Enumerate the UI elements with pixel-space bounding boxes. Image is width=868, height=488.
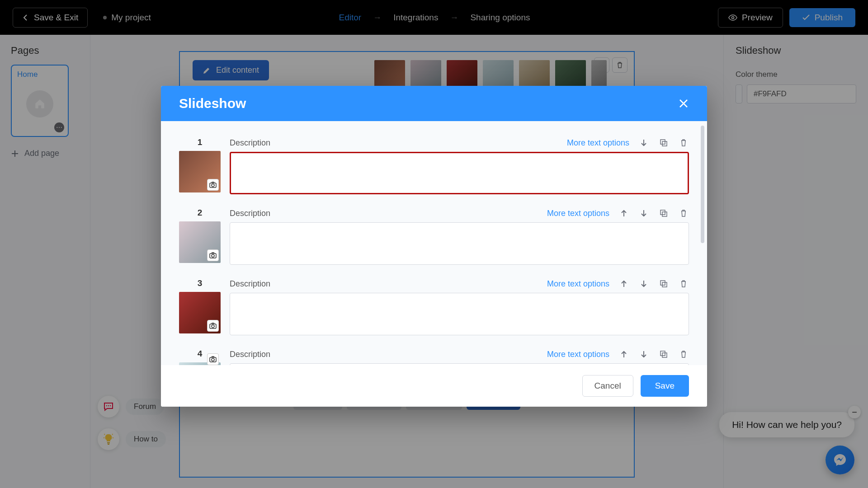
arrow-down-icon bbox=[641, 139, 647, 146]
move-down-button[interactable] bbox=[638, 349, 649, 360]
trash-icon bbox=[680, 209, 687, 217]
more-text-options-link[interactable]: More text options bbox=[547, 209, 609, 218]
svg-rect-11 bbox=[660, 140, 665, 144]
modal-header: Slideshow bbox=[161, 86, 707, 121]
duplicate-slide-button[interactable] bbox=[658, 349, 669, 360]
svg-rect-19 bbox=[660, 281, 665, 285]
slide-index-col: 2 bbox=[179, 208, 221, 267]
copy-icon bbox=[660, 350, 668, 358]
slide-image-thumb[interactable] bbox=[179, 151, 221, 192]
modal-title: Slideshow bbox=[179, 96, 246, 111]
move-up-button[interactable] bbox=[618, 278, 629, 289]
svg-rect-23 bbox=[660, 351, 665, 356]
slide-main-col: DescriptionMore text options bbox=[230, 208, 689, 267]
arrow-up-icon bbox=[621, 210, 627, 217]
duplicate-slide-button[interactable] bbox=[658, 278, 669, 289]
save-button[interactable]: Save bbox=[641, 375, 689, 397]
slide-number: 3 bbox=[198, 278, 203, 288]
svg-point-18 bbox=[212, 325, 214, 328]
move-down-button[interactable] bbox=[638, 208, 649, 219]
trash-icon bbox=[680, 280, 687, 288]
slide-tools: More text options bbox=[547, 208, 689, 219]
slide-head: DescriptionMore text options bbox=[230, 208, 689, 219]
slide-row: 1DescriptionMore text options bbox=[179, 137, 689, 196]
copy-icon bbox=[660, 209, 668, 217]
svg-rect-12 bbox=[662, 141, 667, 146]
trash-icon bbox=[680, 350, 687, 358]
move-down-button[interactable] bbox=[638, 137, 649, 148]
description-label: Description bbox=[230, 209, 270, 218]
slide-main-col: DescriptionMore text options bbox=[230, 349, 689, 365]
copy-icon bbox=[660, 280, 668, 288]
modal-close-button[interactable] bbox=[678, 98, 689, 109]
camera-icon bbox=[209, 356, 217, 362]
slide-description-input[interactable] bbox=[230, 152, 689, 194]
arrow-up-icon bbox=[621, 280, 627, 287]
arrow-down-icon bbox=[641, 280, 647, 287]
move-up-button[interactable] bbox=[618, 208, 629, 219]
slide-row: 2DescriptionMore text options bbox=[179, 208, 689, 267]
change-image-button[interactable] bbox=[207, 179, 219, 191]
slide-head: DescriptionMore text options bbox=[230, 137, 689, 148]
slide-head: DescriptionMore text options bbox=[230, 349, 689, 360]
move-down-button[interactable] bbox=[638, 278, 649, 289]
arrow-up-icon bbox=[621, 351, 627, 358]
modal-body: 1DescriptionMore text options2Descriptio… bbox=[161, 121, 707, 365]
delete-slide-button[interactable] bbox=[678, 137, 689, 148]
slide-tools: More text options bbox=[547, 349, 689, 360]
slide-tools: More text options bbox=[547, 278, 689, 289]
scrollbar[interactable] bbox=[701, 126, 704, 243]
slide-number: 4 bbox=[198, 349, 203, 359]
copy-icon bbox=[660, 139, 668, 147]
slide-tools: More text options bbox=[567, 137, 689, 148]
svg-rect-15 bbox=[660, 210, 665, 215]
change-image-button[interactable] bbox=[207, 249, 219, 261]
delete-slide-button[interactable] bbox=[678, 208, 689, 219]
move-up-button[interactable] bbox=[618, 349, 629, 360]
slide-description-input[interactable] bbox=[230, 293, 689, 335]
close-icon bbox=[678, 98, 689, 109]
camera-icon bbox=[209, 323, 217, 329]
arrow-down-icon bbox=[641, 351, 647, 358]
duplicate-slide-button[interactable] bbox=[658, 208, 669, 219]
slideshow-modal: Slideshow 1DescriptionMore text options2… bbox=[161, 86, 707, 407]
slide-main-col: DescriptionMore text options bbox=[230, 137, 689, 196]
slide-description-input[interactable] bbox=[230, 222, 689, 265]
slide-index-col: 3 bbox=[179, 278, 221, 337]
cancel-button[interactable]: Cancel bbox=[582, 375, 633, 397]
slide-number: 2 bbox=[198, 208, 203, 218]
slide-index-col: 1 bbox=[179, 137, 221, 196]
arrow-down-icon bbox=[641, 210, 647, 217]
slide-image-thumb[interactable] bbox=[179, 362, 221, 365]
slide-main-col: DescriptionMore text options bbox=[230, 278, 689, 337]
slide-number: 1 bbox=[198, 137, 203, 147]
slide-image-thumb[interactable] bbox=[179, 221, 221, 263]
modal-footer: Cancel Save bbox=[161, 365, 707, 407]
description-label: Description bbox=[230, 138, 270, 148]
delete-slide-button[interactable] bbox=[678, 278, 689, 289]
svg-rect-24 bbox=[662, 353, 667, 357]
change-image-button[interactable] bbox=[207, 320, 219, 332]
duplicate-slide-button[interactable] bbox=[658, 137, 669, 148]
description-label: Description bbox=[230, 279, 270, 289]
slide-row: 3DescriptionMore text options bbox=[179, 278, 689, 337]
slide-index-col: 4 bbox=[179, 349, 221, 365]
more-text-options-link[interactable]: More text options bbox=[547, 279, 609, 289]
slide-head: DescriptionMore text options bbox=[230, 278, 689, 289]
delete-slide-button[interactable] bbox=[678, 349, 689, 360]
slide-row: 4DescriptionMore text options bbox=[179, 349, 689, 365]
camera-icon bbox=[209, 252, 217, 258]
more-text-options-link[interactable]: More text options bbox=[567, 138, 629, 148]
svg-point-10 bbox=[212, 184, 214, 187]
slide-description-input[interactable] bbox=[230, 363, 689, 365]
slide-image-thumb[interactable] bbox=[179, 292, 221, 333]
trash-icon bbox=[680, 139, 687, 147]
svg-point-14 bbox=[212, 254, 214, 257]
more-text-options-link[interactable]: More text options bbox=[547, 350, 609, 359]
svg-rect-16 bbox=[662, 212, 667, 216]
description-label: Description bbox=[230, 350, 270, 359]
modal-overlay: Slideshow 1DescriptionMore text options2… bbox=[0, 0, 868, 488]
change-image-button[interactable] bbox=[207, 353, 219, 365]
svg-point-22 bbox=[212, 358, 214, 361]
svg-rect-20 bbox=[662, 282, 667, 287]
